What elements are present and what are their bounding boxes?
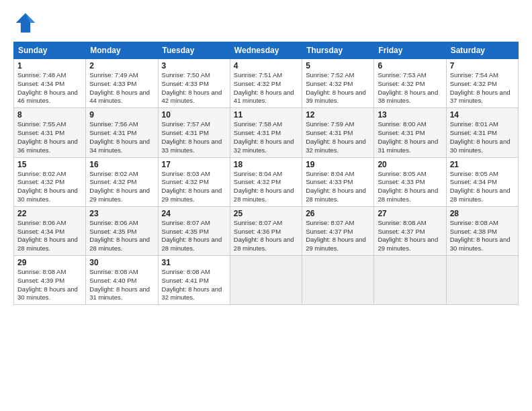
calendar-cell: 15Sunrise: 8:02 AMSunset: 4:32 PMDayligh… xyxy=(14,157,86,206)
day-info: Sunrise: 8:06 AMSunset: 4:35 PMDaylight:… xyxy=(89,219,154,253)
calendar-week-row: 8Sunrise: 7:55 AMSunset: 4:31 PMDaylight… xyxy=(14,108,519,157)
day-info: Sunrise: 8:04 AMSunset: 4:33 PMDaylight:… xyxy=(306,170,370,204)
day-info: Sunrise: 8:07 AMSunset: 4:36 PMDaylight:… xyxy=(234,219,298,253)
day-number: 10 xyxy=(162,110,226,120)
day-info: Sunrise: 7:50 AMSunset: 4:33 PMDaylight:… xyxy=(162,71,226,105)
day-number: 28 xyxy=(450,209,515,218)
day-number: 8 xyxy=(17,110,82,120)
calendar-header-sunday: Sunday xyxy=(14,42,86,59)
day-info: Sunrise: 8:07 AMSunset: 4:37 PMDaylight:… xyxy=(306,219,370,253)
day-info: Sunrise: 7:54 AMSunset: 4:32 PMDaylight:… xyxy=(450,71,515,105)
day-info: Sunrise: 8:07 AMSunset: 4:35 PMDaylight:… xyxy=(162,219,226,253)
calendar-cell: 13Sunrise: 8:00 AMSunset: 4:31 PMDayligh… xyxy=(374,108,446,157)
day-info: Sunrise: 7:55 AMSunset: 4:31 PMDaylight:… xyxy=(17,120,82,154)
calendar-cell xyxy=(374,256,446,305)
day-info: Sunrise: 7:49 AMSunset: 4:33 PMDaylight:… xyxy=(89,71,154,105)
calendar-cell: 26Sunrise: 8:07 AMSunset: 4:37 PMDayligh… xyxy=(302,206,374,255)
day-number: 31 xyxy=(162,258,226,267)
calendar-cell: 18Sunrise: 8:04 AMSunset: 4:32 PMDayligh… xyxy=(230,157,302,206)
day-number: 30 xyxy=(89,258,154,267)
day-info: Sunrise: 8:00 AMSunset: 4:31 PMDaylight:… xyxy=(378,120,442,154)
day-number: 6 xyxy=(378,61,442,71)
day-info: Sunrise: 8:08 AMSunset: 4:37 PMDaylight:… xyxy=(378,219,442,253)
day-info: Sunrise: 7:51 AMSunset: 4:32 PMDaylight:… xyxy=(234,71,298,105)
day-number: 21 xyxy=(450,160,515,169)
day-number: 24 xyxy=(162,209,226,218)
day-number: 16 xyxy=(89,160,154,169)
day-info: Sunrise: 8:08 AMSunset: 4:39 PMDaylight:… xyxy=(17,268,82,302)
calendar-cell: 31Sunrise: 8:08 AMSunset: 4:41 PMDayligh… xyxy=(158,256,230,305)
calendar-cell xyxy=(230,256,302,305)
day-number: 20 xyxy=(378,160,442,169)
calendar-cell: 3Sunrise: 7:50 AMSunset: 4:33 PMDaylight… xyxy=(158,59,230,108)
day-number: 22 xyxy=(17,209,82,218)
calendar-cell: 10Sunrise: 7:57 AMSunset: 4:31 PMDayligh… xyxy=(158,108,230,157)
day-number: 23 xyxy=(89,209,154,218)
calendar-cell: 12Sunrise: 7:59 AMSunset: 4:31 PMDayligh… xyxy=(302,108,374,157)
day-info: Sunrise: 7:57 AMSunset: 4:31 PMDaylight:… xyxy=(162,120,226,154)
day-number: 18 xyxy=(234,160,298,169)
day-info: Sunrise: 7:53 AMSunset: 4:32 PMDaylight:… xyxy=(378,71,442,105)
calendar-cell: 25Sunrise: 8:07 AMSunset: 4:36 PMDayligh… xyxy=(230,206,302,255)
day-info: Sunrise: 8:05 AMSunset: 4:33 PMDaylight:… xyxy=(378,170,442,204)
day-number: 1 xyxy=(17,61,82,71)
calendar-cell: 11Sunrise: 7:58 AMSunset: 4:31 PMDayligh… xyxy=(230,108,302,157)
day-info: Sunrise: 7:59 AMSunset: 4:31 PMDaylight:… xyxy=(306,120,370,154)
day-number: 26 xyxy=(306,209,370,218)
calendar-cell: 27Sunrise: 8:08 AMSunset: 4:37 PMDayligh… xyxy=(374,206,446,255)
calendar-cell: 1Sunrise: 7:48 AMSunset: 4:34 PMDaylight… xyxy=(14,59,86,108)
calendar-cell: 24Sunrise: 8:07 AMSunset: 4:35 PMDayligh… xyxy=(158,206,230,255)
logo-icon xyxy=(13,11,38,35)
day-number: 5 xyxy=(306,61,370,71)
day-info: Sunrise: 7:58 AMSunset: 4:31 PMDaylight:… xyxy=(234,120,298,154)
day-number: 19 xyxy=(306,160,370,169)
day-info: Sunrise: 8:08 AMSunset: 4:40 PMDaylight:… xyxy=(89,268,154,302)
day-number: 29 xyxy=(17,258,82,267)
calendar-header-wednesday: Wednesday xyxy=(230,42,302,59)
day-number: 15 xyxy=(17,160,82,169)
calendar-cell: 4Sunrise: 7:51 AMSunset: 4:32 PMDaylight… xyxy=(230,59,302,108)
day-number: 4 xyxy=(234,61,298,71)
calendar-week-row: 22Sunrise: 8:06 AMSunset: 4:34 PMDayligh… xyxy=(14,206,519,255)
calendar-cell: 9Sunrise: 7:56 AMSunset: 4:31 PMDaylight… xyxy=(86,108,158,157)
day-number: 11 xyxy=(234,110,298,120)
calendar-cell: 23Sunrise: 8:06 AMSunset: 4:35 PMDayligh… xyxy=(86,206,158,255)
header xyxy=(13,11,519,35)
calendar-cell: 17Sunrise: 8:03 AMSunset: 4:32 PMDayligh… xyxy=(158,157,230,206)
calendar-cell xyxy=(302,256,374,305)
day-info: Sunrise: 8:06 AMSunset: 4:34 PMDaylight:… xyxy=(17,219,82,253)
day-number: 27 xyxy=(378,209,442,218)
calendar-cell: 8Sunrise: 7:55 AMSunset: 4:31 PMDaylight… xyxy=(14,108,86,157)
calendar-header-monday: Monday xyxy=(86,42,158,59)
day-number: 3 xyxy=(162,61,226,71)
calendar-week-row: 15Sunrise: 8:02 AMSunset: 4:32 PMDayligh… xyxy=(14,157,519,206)
day-number: 25 xyxy=(234,209,298,218)
day-number: 9 xyxy=(89,110,154,120)
calendar-cell: 30Sunrise: 8:08 AMSunset: 4:40 PMDayligh… xyxy=(86,256,158,305)
calendar-header-tuesday: Tuesday xyxy=(158,42,230,59)
calendar-week-row: 1Sunrise: 7:48 AMSunset: 4:34 PMDaylight… xyxy=(14,59,519,108)
day-info: Sunrise: 7:52 AMSunset: 4:32 PMDaylight:… xyxy=(306,71,370,105)
day-info: Sunrise: 8:04 AMSunset: 4:32 PMDaylight:… xyxy=(234,170,298,204)
day-info: Sunrise: 8:02 AMSunset: 4:32 PMDaylight:… xyxy=(89,170,154,204)
calendar-table: SundayMondayTuesdayWednesdayThursdayFrid… xyxy=(13,42,519,305)
calendar-header-thursday: Thursday xyxy=(302,42,374,59)
calendar-header-saturday: Saturday xyxy=(446,42,518,59)
calendar-cell: 19Sunrise: 8:04 AMSunset: 4:33 PMDayligh… xyxy=(302,157,374,206)
calendar-cell: 6Sunrise: 7:53 AMSunset: 4:32 PMDaylight… xyxy=(374,59,446,108)
day-info: Sunrise: 8:08 AMSunset: 4:41 PMDaylight:… xyxy=(162,268,226,302)
calendar-cell xyxy=(446,256,518,305)
day-number: 13 xyxy=(378,110,442,120)
calendar-cell: 2Sunrise: 7:49 AMSunset: 4:33 PMDaylight… xyxy=(86,59,158,108)
day-info: Sunrise: 8:02 AMSunset: 4:32 PMDaylight:… xyxy=(17,170,82,204)
day-info: Sunrise: 7:56 AMSunset: 4:31 PMDaylight:… xyxy=(89,120,154,154)
day-number: 12 xyxy=(306,110,370,120)
calendar-cell: 16Sunrise: 8:02 AMSunset: 4:32 PMDayligh… xyxy=(86,157,158,206)
calendar-header-row: SundayMondayTuesdayWednesdayThursdayFrid… xyxy=(14,42,519,59)
day-info: Sunrise: 7:48 AMSunset: 4:34 PMDaylight:… xyxy=(17,71,82,105)
page: SundayMondayTuesdayWednesdayThursdayFrid… xyxy=(0,0,532,411)
calendar-header-friday: Friday xyxy=(374,42,446,59)
calendar-cell: 22Sunrise: 8:06 AMSunset: 4:34 PMDayligh… xyxy=(14,206,86,255)
calendar-cell: 14Sunrise: 8:01 AMSunset: 4:31 PMDayligh… xyxy=(446,108,518,157)
calendar-cell: 29Sunrise: 8:08 AMSunset: 4:39 PMDayligh… xyxy=(14,256,86,305)
